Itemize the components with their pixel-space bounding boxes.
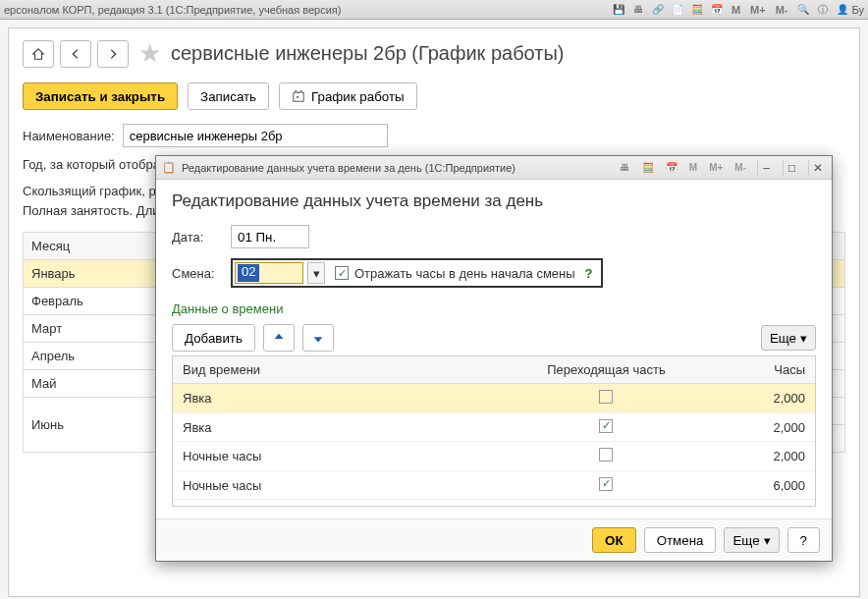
dlg-calc-icon[interactable]: 🧮 xyxy=(639,160,657,176)
chevron-down-icon: ▾ xyxy=(764,533,771,548)
dialog-title-text: Редактирование данных учета времени за д… xyxy=(182,162,610,174)
save-button[interactable]: Записать xyxy=(188,82,269,110)
table-row[interactable]: Явка 2,000 xyxy=(173,384,815,413)
name-label: Наименование: xyxy=(23,129,115,143)
col-rollover: Переходящая часть xyxy=(526,356,687,384)
save-disk-icon[interactable]: 💾 xyxy=(610,2,627,18)
page-title: сервисные инженеры 2бр (График работы) xyxy=(171,42,564,65)
forward-button[interactable] xyxy=(97,40,129,68)
dlg-print-icon[interactable]: 🖶 xyxy=(616,160,633,176)
chevron-down-icon: ▾ xyxy=(800,331,807,346)
table-row[interactable]: Явка 2,000 xyxy=(173,413,815,442)
more-button[interactable]: Еще ▾ xyxy=(761,325,816,351)
back-button[interactable] xyxy=(60,40,91,68)
time-data-section-link[interactable]: Данные о времени xyxy=(172,301,816,316)
dialog-app-icon: 📋 xyxy=(162,161,176,174)
zoom-icon[interactable]: 🔍 xyxy=(794,2,812,18)
shift-box: 02 ▾ ✓ Отражать часы в день начала смены… xyxy=(231,258,603,288)
dialog-body: Редактирование данных учета времени за д… xyxy=(156,180,832,518)
memory-mminus[interactable]: M- xyxy=(772,2,792,18)
action-button-row: Записать и закрыть Записать График работ… xyxy=(23,82,845,110)
header-row: ★ сервисные инженеры 2бр (График работы) xyxy=(23,38,845,69)
date-input[interactable] xyxy=(231,225,309,248)
save-close-button[interactable]: Записать и закрыть xyxy=(23,82,178,110)
info-icon[interactable]: ⓘ xyxy=(814,2,832,18)
year-label: Год, за который отобра xyxy=(23,157,160,172)
col-hours: Часы xyxy=(686,356,815,384)
rollover-checkbox[interactable] xyxy=(599,477,613,491)
doc-icon[interactable]: 📄 xyxy=(669,2,686,18)
date-label: Дата: xyxy=(172,230,221,245)
rollover-checkbox[interactable] xyxy=(599,390,613,404)
add-button[interactable]: Добавить xyxy=(172,324,255,352)
dialog-maximize-icon[interactable]: □ xyxy=(783,160,800,176)
shift-dropdown-icon[interactable]: ▾ xyxy=(307,262,325,284)
dialog-footer: ОК Отмена Еще▾ ? xyxy=(156,518,832,561)
home-button[interactable] xyxy=(23,40,54,68)
reflect-label: Отражать часы в день начала смены xyxy=(354,266,575,281)
time-data-table: Вид времени Переходящая часть Часы Явка … xyxy=(172,355,816,507)
reflect-area: ✓ Отражать часы в день начала смены ? xyxy=(329,266,599,281)
dlg-memory-mminus[interactable]: M- xyxy=(732,160,749,176)
dlg-memory-mplus[interactable]: M+ xyxy=(706,160,726,176)
user-suffix: Бу xyxy=(852,4,864,16)
reflect-checkbox[interactable]: ✓ xyxy=(335,266,349,280)
cancel-button[interactable]: Отмена xyxy=(644,527,717,553)
help-button[interactable]: ? xyxy=(787,527,820,553)
dialog-minimize-icon[interactable]: – xyxy=(757,160,775,176)
shift-row: Смена: 02 ▾ ✓ Отражать часы в день начал… xyxy=(172,258,816,288)
dlg-calendar-icon[interactable]: 📅 xyxy=(663,160,680,176)
name-row: Наименование: xyxy=(23,124,845,147)
ok-button[interactable]: ОК xyxy=(592,527,636,553)
calc-icon[interactable]: 🧮 xyxy=(688,2,706,18)
footer-more-button[interactable]: Еще▾ xyxy=(724,527,779,553)
rollover-checkbox[interactable] xyxy=(599,448,613,462)
shift-select[interactable]: 02 xyxy=(235,262,303,284)
app-title: ерсоналом КОРП, редакция 3.1 (1С:Предпри… xyxy=(4,4,609,16)
shift-label: Смена: xyxy=(172,266,221,281)
shift-value: 02 xyxy=(238,264,259,282)
app-top-bar: ерсоналом КОРП, редакция 3.1 (1С:Предпри… xyxy=(0,0,868,20)
user-icon[interactable]: 👤 xyxy=(834,2,851,18)
move-down-button[interactable] xyxy=(302,324,334,352)
memory-mplus[interactable]: M+ xyxy=(746,2,770,18)
calendar-icon[interactable]: 📅 xyxy=(708,2,726,18)
dialog-heading: Редактирование данных учета времени за д… xyxy=(172,191,816,211)
table-row[interactable]: Ночные часы 6,000 xyxy=(173,471,815,500)
dialog-titlebar: 📋 Редактирование данных учета времени за… xyxy=(156,156,832,180)
schedule-button-label: График работы xyxy=(311,89,405,104)
rollover-checkbox[interactable] xyxy=(599,419,613,433)
dlg-memory-m[interactable]: M xyxy=(686,160,700,176)
dialog-close-icon[interactable]: ✕ xyxy=(808,160,826,176)
favorite-star-icon[interactable]: ★ xyxy=(138,38,161,69)
memory-m[interactable]: M xyxy=(728,2,744,18)
edit-day-dialog: 📋 Редактирование данных учета времени за… xyxy=(155,155,833,562)
table-row[interactable]: Ночные часы 2,000 xyxy=(173,442,815,471)
more-label: Еще xyxy=(770,331,796,346)
schedule-button[interactable]: График работы xyxy=(279,82,417,110)
link-icon[interactable]: 🔗 xyxy=(649,2,667,18)
date-row: Дата: xyxy=(172,225,816,248)
print-icon[interactable]: 🖶 xyxy=(629,2,647,18)
name-input[interactable] xyxy=(123,124,388,147)
move-up-button[interactable] xyxy=(263,324,295,352)
table-toolbar: Добавить Еще ▾ xyxy=(172,324,816,352)
reflect-help-icon[interactable]: ? xyxy=(585,266,593,281)
col-kind: Вид времени xyxy=(173,356,526,384)
